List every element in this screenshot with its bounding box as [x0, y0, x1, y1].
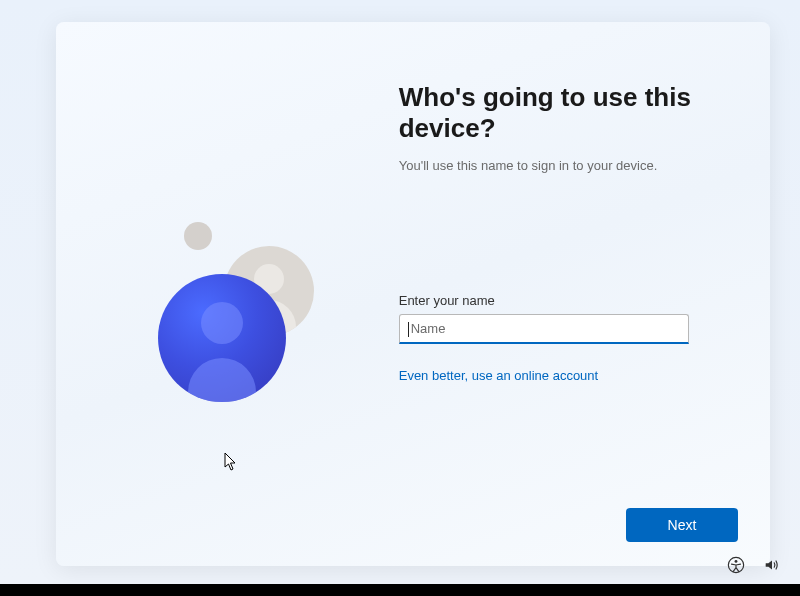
setup-card: Who's going to use this device? You'll u… [56, 22, 770, 566]
illustration-pane [56, 22, 399, 566]
name-input[interactable]: Name [399, 314, 689, 344]
page-subtitle: You'll use this name to sign in to your … [399, 158, 710, 173]
form-pane: Who's going to use this device? You'll u… [399, 22, 770, 566]
avatar-dot-icon [184, 222, 212, 250]
svg-point-1 [735, 560, 738, 563]
name-field-label: Enter your name [399, 293, 710, 308]
bottom-bar [0, 584, 800, 596]
avatar-blue-icon [158, 274, 286, 402]
page-title: Who's going to use this device? [399, 82, 710, 144]
online-account-link[interactable]: Even better, use an online account [399, 368, 598, 383]
volume-icon[interactable] [762, 555, 782, 575]
name-input-placeholder: Name [411, 321, 446, 336]
taskbar [726, 550, 782, 580]
accessibility-icon[interactable] [726, 555, 746, 575]
next-button[interactable]: Next [626, 508, 738, 542]
